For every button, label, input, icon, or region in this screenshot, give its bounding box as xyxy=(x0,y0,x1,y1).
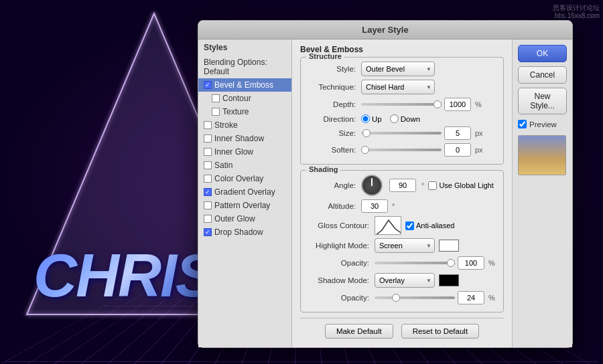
direction-up-radio[interactable] xyxy=(361,114,370,123)
direction-down-label: Down xyxy=(401,115,420,123)
preview-box xyxy=(518,135,566,175)
highlight-opacity-row: Opacity: % xyxy=(308,256,496,270)
highlight-mode-select[interactable]: Screen Normal Multiply xyxy=(375,238,435,253)
structure-section: Structure Style: Outer Bevel Inner Bevel… xyxy=(300,57,504,165)
sidebar-item-drop-shadow[interactable]: ✓ Drop Shadow xyxy=(198,225,291,239)
shadow-mode-label: Shadow Mode: xyxy=(308,276,375,284)
buttons-panel: OK Cancel New Style... Preview xyxy=(512,39,572,347)
use-global-light-label[interactable]: Use Global Light xyxy=(428,181,493,190)
sidebar-item-gradient-overlay-label: Gradient Overlay xyxy=(214,187,275,197)
sidebar-item-outer-glow[interactable]: Outer Glow xyxy=(198,212,291,225)
styles-panel: Styles Blending Options: Default ✓ Bevel… xyxy=(198,39,292,347)
direction-up-item[interactable]: Up xyxy=(361,114,382,123)
shading-label: Shading xyxy=(306,165,340,173)
drop-shadow-checkbox[interactable]: ✓ xyxy=(204,228,212,236)
sidebar-item-color-overlay[interactable]: Color Overlay xyxy=(198,172,291,185)
highlight-mode-row: Highlight Mode: Screen Normal Multiply xyxy=(308,238,496,253)
use-global-light-checkbox[interactable] xyxy=(428,181,437,190)
direction-down-radio[interactable] xyxy=(390,114,399,123)
dialog-title: Layer Style xyxy=(198,21,572,39)
style-label: Style: xyxy=(308,65,361,73)
size-slider[interactable] xyxy=(361,132,442,134)
pattern-overlay-checkbox[interactable] xyxy=(204,201,212,209)
depth-unit: % xyxy=(475,100,482,108)
depth-slider[interactable] xyxy=(361,103,442,106)
shadow-opacity-input[interactable] xyxy=(458,291,484,304)
use-global-light-text: Use Global Light xyxy=(439,181,493,189)
ok-button[interactable]: OK xyxy=(518,45,567,62)
shadow-opacity-row: Opacity: % xyxy=(308,291,496,304)
shadow-mode-select-wrapper: Overlay Normal Multiply xyxy=(375,273,435,288)
soften-input[interactable] xyxy=(444,143,471,157)
angle-dial[interactable] xyxy=(361,175,383,196)
angle-unit: ° xyxy=(421,181,424,189)
stroke-checkbox[interactable] xyxy=(204,121,212,129)
highlight-opacity-input[interactable] xyxy=(458,256,484,270)
altitude-label: Altitude: xyxy=(308,202,361,210)
sidebar-item-inner-glow[interactable]: Inner Glow xyxy=(198,145,291,159)
style-row: Style: Outer Bevel Inner Bevel Emboss xyxy=(308,62,496,76)
reset-to-default-button[interactable]: Reset to Default xyxy=(401,324,479,339)
sidebar-item-inner-shadow[interactable]: Inner Shadow xyxy=(198,132,291,145)
satin-checkbox[interactable] xyxy=(204,161,212,169)
angle-row: Angle: ° Use Global Light xyxy=(308,175,496,196)
sidebar-item-satin[interactable]: Satin xyxy=(198,159,291,172)
color-overlay-checkbox[interactable] xyxy=(204,175,212,183)
highlight-color-swatch[interactable] xyxy=(439,240,459,252)
sidebar-item-contour[interactable]: Contour xyxy=(198,92,291,105)
cancel-button[interactable]: Cancel xyxy=(518,66,567,84)
style-select[interactable]: Outer Bevel Inner Bevel Emboss xyxy=(361,62,435,76)
bevel-checkbox[interactable]: ✓ xyxy=(204,81,212,89)
shadow-mode-select[interactable]: Overlay Normal Multiply xyxy=(375,273,435,288)
depth-input[interactable] xyxy=(444,98,471,111)
gloss-contour-label: Gloss Contour: xyxy=(308,221,375,230)
altitude-row: Altitude: ° xyxy=(308,199,496,213)
gradient-overlay-checkbox[interactable]: ✓ xyxy=(204,188,212,196)
soften-unit: px xyxy=(475,146,483,154)
make-default-button[interactable]: Make Default xyxy=(325,324,393,339)
size-input[interactable] xyxy=(444,126,471,140)
shadow-opacity-slider[interactable] xyxy=(375,296,455,299)
new-style-button[interactable]: New Style... xyxy=(518,88,567,114)
anti-aliased-checkbox[interactable] xyxy=(405,221,414,230)
gloss-contour-preview[interactable] xyxy=(375,216,401,235)
sidebar-item-gradient-overlay[interactable]: ✓ Gradient Overlay xyxy=(198,185,291,199)
sidebar-item-bevel-label: Bevel & Emboss xyxy=(214,80,273,90)
texture-checkbox[interactable] xyxy=(212,108,220,116)
depth-slider-container: % xyxy=(361,98,482,111)
inner-glow-checkbox[interactable] xyxy=(204,148,212,156)
sidebar-item-blending[interactable]: Blending Options: Default xyxy=(198,56,291,78)
direction-down-item[interactable]: Down xyxy=(390,114,420,123)
highlight-mode-select-wrapper: Screen Normal Multiply xyxy=(375,238,435,253)
angle-input[interactable] xyxy=(389,179,416,192)
sidebar-item-pattern-overlay[interactable]: Pattern Overlay xyxy=(198,199,291,212)
main-panel: Bevel & Emboss Structure Style: Outer Be… xyxy=(292,39,512,347)
preview-checkbox[interactable] xyxy=(518,120,527,128)
preview-label-row: Preview xyxy=(518,120,567,128)
direction-up-label: Up xyxy=(372,115,382,123)
sidebar-item-stroke[interactable]: Stroke xyxy=(198,118,291,132)
contour-checkbox[interactable] xyxy=(212,94,220,102)
altitude-input[interactable] xyxy=(361,199,388,213)
sidebar-item-texture[interactable]: Texture xyxy=(198,105,291,118)
chris-text: CHRIS xyxy=(34,242,214,310)
bottom-buttons: Make Default Reset to Default xyxy=(300,318,504,344)
highlight-mode-label: Highlight Mode: xyxy=(308,242,375,250)
technique-select[interactable]: Chisel Hard Smooth Chisel Soft xyxy=(361,80,435,94)
sidebar-item-inner-shadow-label: Inner Shadow xyxy=(214,134,264,143)
layer-style-dialog: Layer Style Styles Blending Options: Def… xyxy=(198,20,573,348)
highlight-opacity-slider[interactable] xyxy=(375,262,455,264)
outer-glow-checkbox[interactable] xyxy=(204,215,212,223)
dialog-body: Styles Blending Options: Default ✓ Bevel… xyxy=(198,39,572,347)
soften-slider[interactable] xyxy=(361,149,442,151)
sidebar-item-inner-glow-label: Inner Glow xyxy=(214,147,253,157)
inner-shadow-checkbox[interactable] xyxy=(204,134,212,143)
anti-aliased-label[interactable]: Anti-aliased xyxy=(405,221,454,230)
shadow-color-swatch[interactable] xyxy=(439,274,459,286)
depth-label: Depth: xyxy=(308,100,361,108)
sidebar-item-blending-label: Blending Options: Default xyxy=(204,58,286,76)
sidebar-item-bevel[interactable]: ✓ Bevel & Emboss xyxy=(198,78,291,92)
sidebar-item-satin-label: Satin xyxy=(214,161,232,170)
size-unit: px xyxy=(475,129,483,137)
preview-label-text: Preview xyxy=(529,120,557,128)
